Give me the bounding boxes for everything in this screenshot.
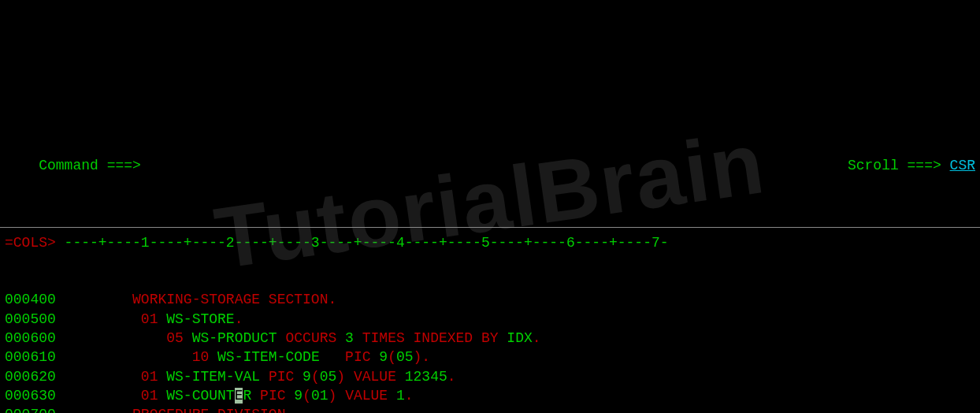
horizontal-divider	[0, 227, 980, 228]
code-token: 9	[294, 388, 303, 404]
code-line[interactable]: 000700 PROCEDURE DIVISION.	[5, 405, 975, 413]
line-number[interactable]: 000610	[5, 349, 56, 365]
code-token: .	[405, 388, 414, 404]
line-number[interactable]: 000400	[5, 292, 56, 307]
code-token: (	[388, 349, 396, 365]
code-token: 10	[72, 349, 217, 365]
line-number[interactable]: 000630	[5, 388, 56, 404]
code-token: ).	[414, 349, 431, 365]
code-token: WS-ITEM-VAL	[166, 369, 260, 385]
line-number[interactable]: 000500	[5, 311, 56, 327]
code-token: PROCEDURE DIVISION.	[72, 407, 294, 413]
command-input[interactable]	[141, 156, 692, 175]
code-token: 05	[396, 349, 414, 365]
cols-ruler: ----+----1----+----2----+----3----+----4…	[56, 235, 669, 251]
command-label: Command ===>	[39, 158, 141, 173]
code-token: 12345	[405, 369, 447, 385]
code-token: 3	[345, 330, 354, 346]
code-token: OCCURS	[277, 330, 345, 346]
code-token: 01	[72, 311, 166, 327]
code-token: 1	[396, 388, 405, 404]
code-token: 01	[72, 369, 166, 385]
line-number[interactable]: 000600	[5, 330, 56, 346]
code-token: IDX	[507, 330, 532, 346]
code-line[interactable]: 000630 01 WS-COUNTER PIC 9(01) VALUE 1.	[5, 386, 975, 405]
code-token: 01	[72, 388, 166, 404]
text-cursor: E	[235, 388, 243, 404]
code-token: PIC	[251, 388, 294, 404]
code-token: R	[243, 388, 251, 404]
code-token: TIMES INDEXED BY	[354, 330, 507, 346]
scroll-label: Scroll ===>	[848, 158, 941, 173]
cols-ruler-row: =COLS> ----+----1----+----2----+----3---…	[5, 233, 975, 252]
code-token: 05	[320, 369, 337, 385]
code-token: WS-STORE	[166, 311, 234, 327]
command-line-row: Command ===> Scroll ===> CSR	[5, 137, 975, 195]
code-token: 05	[72, 330, 191, 346]
code-token: PIC	[260, 369, 303, 385]
code-token: 9	[379, 349, 388, 365]
code-token: .	[447, 369, 456, 385]
line-number[interactable]: 000620	[5, 369, 56, 385]
code-token: WS-COUNT	[166, 388, 234, 404]
code-token: WS-PRODUCT	[192, 330, 277, 346]
code-token: ) VALUE	[336, 369, 404, 385]
code-line[interactable]: 000600 05 WS-PRODUCT OCCURS 3 TIMES INDE…	[5, 329, 975, 348]
code-token: (	[311, 369, 320, 385]
code-token: (	[303, 388, 311, 404]
code-area[interactable]: 000400 WORKING-STORAGE SECTION.000500 01…	[5, 290, 975, 413]
scroll-value[interactable]: CSR	[950, 158, 975, 173]
code-token: WS-ITEM-CODE	[217, 349, 320, 365]
code-token: .	[533, 330, 541, 346]
cols-prefix: =COLS>	[5, 235, 56, 251]
code-line[interactable]: 000400 WORKING-STORAGE SECTION.	[5, 290, 975, 309]
code-token: 9	[303, 369, 311, 385]
code-token: ) VALUE	[329, 388, 396, 404]
code-token: WORKING-STORAGE SECTION.	[72, 292, 336, 307]
code-line[interactable]: 000620 01 WS-ITEM-VAL PIC 9(05) VALUE 12…	[5, 367, 975, 386]
code-token: PIC	[320, 349, 380, 365]
watermark-text: TutorialBrain	[208, 104, 772, 297]
line-number[interactable]: 000700	[5, 407, 56, 413]
code-line[interactable]: 000500 01 WS-STORE.	[5, 310, 975, 329]
code-token: .	[235, 311, 243, 327]
code-line[interactable]: 000610 10 WS-ITEM-CODE PIC 9(05).	[5, 348, 975, 366]
code-token: 01	[311, 388, 329, 404]
